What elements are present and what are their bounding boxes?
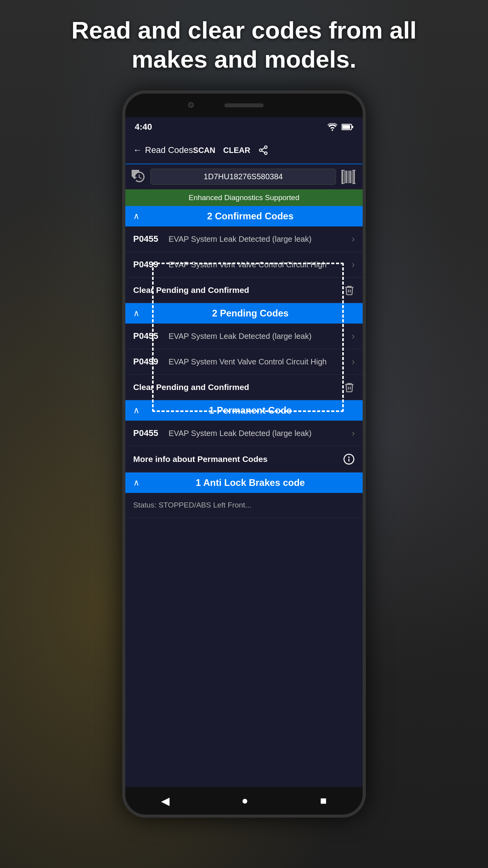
enhanced-diagnostics-badge: Enhanced Diagnostics Supported bbox=[125, 189, 363, 206]
svg-rect-9 bbox=[344, 171, 345, 183]
clear-button[interactable]: CLEAR bbox=[223, 146, 250, 155]
confirmed-chevron-icon: ∧ bbox=[133, 211, 139, 221]
confirmed-code-desc-1: EVAP System Vent Valve Control Circuit H… bbox=[169, 259, 348, 270]
pending-code-id-1: P0499 bbox=[133, 357, 169, 367]
permanent-info-row[interactable]: More info about Permanent Codes bbox=[125, 446, 363, 473]
abs-codes-label: 1 Anti Lock Brakes code bbox=[146, 477, 355, 488]
svg-rect-8 bbox=[341, 171, 343, 183]
scan-button[interactable]: SCAN bbox=[193, 146, 215, 155]
svg-line-7 bbox=[262, 148, 264, 149]
phone-speaker bbox=[224, 103, 264, 107]
status-bar: 4:40 bbox=[125, 117, 363, 137]
confirmed-codes-label: 2 Confirmed Codes bbox=[146, 211, 355, 222]
svg-rect-17 bbox=[352, 170, 356, 171]
pending-code-desc-1: EVAP System Vent Valve Control Circuit H… bbox=[169, 356, 348, 367]
svg-rect-16 bbox=[341, 183, 345, 184]
status-right bbox=[327, 123, 353, 131]
confirmed-code-id-0: P0455 bbox=[133, 234, 169, 244]
confirmed-code-desc-0: EVAP System Leak Detected (large leak) bbox=[169, 234, 348, 245]
status-time: 4:40 bbox=[135, 122, 152, 132]
svg-rect-14 bbox=[353, 171, 355, 183]
pending-code-arrow-1: › bbox=[348, 356, 355, 367]
svg-rect-15 bbox=[341, 170, 345, 171]
phone-notch bbox=[125, 94, 363, 117]
header-actions: SCAN CLEAR bbox=[193, 145, 268, 155]
confirmed-code-id-1: P0499 bbox=[133, 259, 169, 270]
permanent-chevron-icon: ∧ bbox=[133, 405, 139, 416]
wifi-icon bbox=[327, 123, 338, 131]
abs-partial-desc: Status: STOPPED/ABS Left Front... bbox=[133, 500, 355, 511]
phone-camera bbox=[188, 102, 194, 108]
confirmed-code-row-1[interactable]: P0499 EVAP System Vent Valve Control Cir… bbox=[125, 252, 363, 278]
permanent-code-id-0: P0455 bbox=[133, 428, 169, 438]
pending-trash-icon[interactable] bbox=[344, 382, 355, 393]
svg-rect-10 bbox=[345, 171, 347, 183]
vin-input[interactable]: 1D7HU18276S580384 bbox=[150, 169, 336, 185]
confirmed-clear-row[interactable]: Clear Pending and Confirmed bbox=[125, 278, 363, 303]
battery-icon bbox=[341, 123, 353, 131]
abs-codes-header[interactable]: ∧ 1 Anti Lock Brakes code bbox=[125, 473, 363, 493]
svg-point-3 bbox=[264, 146, 267, 149]
svg-line-6 bbox=[262, 151, 264, 153]
nav-bar: ◀ ● ■ bbox=[125, 787, 363, 815]
pending-codes-header[interactable]: ∧ 2 Pending Codes bbox=[125, 303, 363, 324]
svg-rect-11 bbox=[348, 171, 349, 183]
info-icon[interactable] bbox=[343, 453, 355, 465]
confirmed-codes-header[interactable]: ∧ 2 Confirmed Codes bbox=[125, 206, 363, 226]
pending-codes-label: 2 Pending Codes bbox=[146, 308, 355, 319]
back-icon: ← bbox=[133, 145, 142, 155]
pending-code-arrow-0: › bbox=[348, 331, 355, 342]
permanent-code-arrow-0: › bbox=[348, 428, 355, 439]
confirmed-code-row-0[interactable]: P0455 EVAP System Leak Detected (large l… bbox=[125, 226, 363, 252]
pending-chevron-icon: ∧ bbox=[133, 308, 139, 318]
app-header: ← Read Codes SCAN CLEAR bbox=[125, 137, 363, 164]
header-title: Read Codes bbox=[145, 145, 193, 155]
pending-clear-label: Clear Pending and Confirmed bbox=[133, 383, 249, 392]
barcode-icon[interactable] bbox=[341, 170, 356, 184]
svg-rect-18 bbox=[352, 183, 356, 184]
nav-recents-button[interactable]: ■ bbox=[312, 791, 335, 811]
pending-clear-row[interactable]: Clear Pending and Confirmed bbox=[125, 375, 363, 400]
confirmed-clear-label: Clear Pending and Confirmed bbox=[133, 285, 249, 295]
permanent-code-row-0[interactable]: P0455 EVAP System Leak Detected (large l… bbox=[125, 421, 363, 446]
svg-rect-12 bbox=[349, 171, 351, 183]
confirmed-code-arrow-1: › bbox=[348, 259, 355, 270]
svg-point-5 bbox=[264, 152, 267, 154]
pending-code-row-0[interactable]: P0455 EVAP System Leak Detected (large l… bbox=[125, 324, 363, 349]
svg-rect-1 bbox=[342, 125, 350, 129]
svg-rect-13 bbox=[352, 171, 352, 183]
permanent-info-label: More info about Permanent Codes bbox=[133, 454, 268, 464]
nav-home-button[interactable]: ● bbox=[234, 791, 256, 811]
share-icon[interactable] bbox=[258, 145, 268, 155]
back-button[interactable]: ← Read Codes bbox=[133, 145, 193, 155]
confirmed-code-arrow-0: › bbox=[348, 234, 355, 245]
pending-code-id-0: P0455 bbox=[133, 331, 169, 341]
confirmed-trash-icon[interactable] bbox=[344, 285, 355, 296]
permanent-codes-label: 1 Permanent Code bbox=[146, 405, 355, 416]
permanent-codes-header[interactable]: ∧ 1 Permanent Code bbox=[125, 400, 363, 421]
phone-frame: 4:40 ← Read Codes SCAN CLEAR bbox=[122, 90, 366, 818]
scroll-content[interactable]: Enhanced Diagnostics Supported ∧ 2 Confi… bbox=[125, 189, 363, 787]
pending-code-row-1[interactable]: P0499 EVAP System Vent Valve Control Cir… bbox=[125, 349, 363, 375]
promo-title: Read and clear codes from all makes and … bbox=[0, 16, 488, 74]
abs-chevron-icon: ∧ bbox=[133, 478, 139, 488]
nav-back-button[interactable]: ◀ bbox=[153, 791, 178, 811]
svg-point-4 bbox=[259, 149, 262, 152]
pending-code-desc-0: EVAP System Leak Detected (large leak) bbox=[169, 331, 348, 342]
permanent-code-desc-0: EVAP System Leak Detected (large leak) bbox=[169, 428, 348, 439]
abs-partial-row[interactable]: Status: STOPPED/ABS Left Front... bbox=[125, 493, 363, 518]
svg-rect-2 bbox=[352, 126, 353, 128]
history-icon[interactable] bbox=[132, 170, 146, 184]
vin-bar: 1D7HU18276S580384 bbox=[125, 164, 363, 189]
